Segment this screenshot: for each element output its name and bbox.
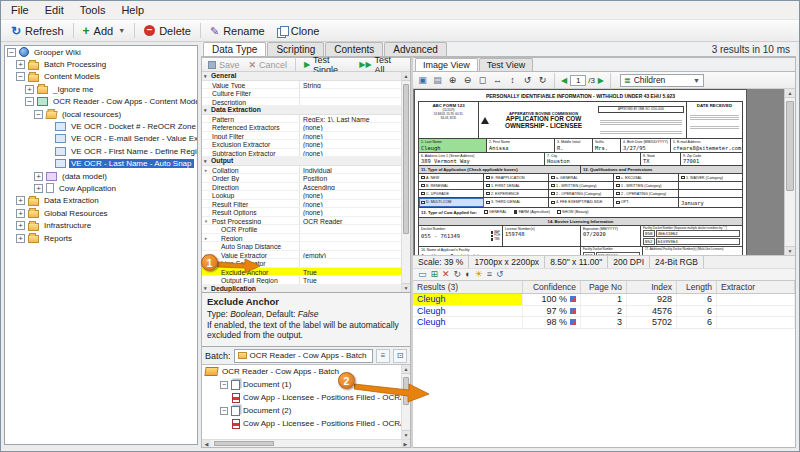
tree-item-ve-ocr-docket-reocr-zone[interactable]: VE OCR - Docket # - ReOCR Zone (5, 120, 197, 132)
property-category[interactable]: ▾General (202, 72, 401, 81)
rotate-right-icon[interactable]: ↻ (536, 74, 549, 87)
property-row-lookup[interactable]: Lookup(none) (202, 191, 401, 200)
tree-item-local-resources[interactable]: −(local resources) (5, 108, 197, 120)
rotate-left-icon[interactable]: ↺ (521, 74, 534, 87)
expander-icon[interactable]: − (7, 48, 16, 57)
expander-icon[interactable]: − (220, 407, 228, 415)
zoom-selection-icon[interactable]: ◻ (476, 74, 489, 87)
viewer-scrollbar[interactable]: ▲ ▼ (784, 89, 795, 255)
scroll-down-icon[interactable]: ▼ (785, 246, 795, 255)
expander-icon[interactable]: + (16, 196, 25, 205)
expander-icon[interactable]: − (16, 72, 25, 81)
property-row-order-by[interactable]: Order ByPosition (202, 174, 401, 183)
zoom-in-icon[interactable]: ⊕ (446, 74, 459, 87)
tree-item-cow-application[interactable]: +Cow Application (5, 182, 197, 194)
page-number-input[interactable]: 1 (570, 75, 586, 86)
property-row-referenced-extractors[interactable]: Referenced Extractors(none) (202, 123, 401, 132)
cancel-button[interactable]: ✕ Cancel (245, 59, 292, 71)
property-row-result-options[interactable]: Result Options(none) (202, 208, 401, 217)
batch-combo[interactable]: OCR Reader - Cow Apps - Batch (234, 349, 373, 363)
property-category[interactable]: ▾Deduplication (202, 285, 401, 294)
document-page-image[interactable]: PERSONALLY IDENTIFIABLE INFORMATION - WI… (414, 89, 747, 255)
scrollbar-thumb[interactable] (786, 101, 794, 191)
image-viewer-canvas[interactable]: PERSONALLY IDENTIFIABLE INFORMATION - WI… (413, 89, 795, 255)
property-row-post-processing[interactable]: ▾Post ProcessingOCR Reader (202, 217, 401, 226)
property-row-description[interactable]: Description (202, 98, 401, 107)
property-row-culture-filter[interactable]: Culture Filter (202, 89, 401, 98)
batch-expand-icon[interactable]: ⊡ (393, 349, 407, 363)
property-row-region[interactable]: ▸Region (202, 234, 401, 243)
menu-help[interactable]: Help (113, 2, 152, 18)
scroll-up-icon[interactable]: ▲ (402, 72, 410, 81)
scroll-left-icon[interactable]: ◀ (202, 440, 211, 447)
property-row-value-type[interactable]: Value TypeString (202, 81, 401, 90)
expander-icon[interactable]: + (25, 85, 34, 94)
measure-icon[interactable]: ≡ (487, 269, 492, 280)
viewer-tab-test-view[interactable]: Test View (479, 58, 533, 71)
scroll-up-icon[interactable]: ▲ (402, 365, 410, 374)
next-page-icon[interactable]: ▶ (597, 76, 605, 85)
tree-item-grooper-wiki[interactable]: −Grooper Wiki (5, 46, 197, 58)
tree-item-ocr-reader-cow-apps-content-model[interactable]: −OCR Reader - Cow Apps - Content Model (5, 96, 197, 108)
menu-file[interactable]: File (3, 2, 37, 18)
brightness-icon[interactable]: ☀ (475, 269, 483, 280)
tree-item-content-models[interactable]: −Content Models (5, 71, 197, 83)
expander-icon[interactable]: + (16, 209, 25, 218)
expander-icon[interactable]: − (34, 110, 43, 119)
result-row[interactable]: Cleugh98 %357026 (413, 317, 795, 329)
expander-icon[interactable]: − (25, 97, 34, 106)
clone-button[interactable]: Clone (271, 23, 326, 39)
batch-horizontal-scrollbar[interactable]: ◀ ▶ (202, 439, 410, 447)
save-image-icon[interactable]: ▣ (416, 74, 429, 87)
tree-item-ve-ocr-last-name-auto-snap[interactable]: VE OCR - Last Name - Auto Snap (5, 158, 197, 170)
expander-icon[interactable]: + (16, 60, 25, 69)
property-category[interactable]: ▾Data Extraction (202, 106, 401, 115)
zone-delete-icon[interactable]: ✕ (442, 269, 450, 280)
result-row[interactable]: Cleugh97 %245766 (413, 306, 795, 318)
tree-item-global-resources[interactable]: +Global Resources (5, 207, 197, 219)
scroll-down-icon[interactable]: ▼ (402, 283, 410, 292)
add-button[interactable]: + Add ▼ (77, 23, 132, 39)
expander-icon[interactable]: + (16, 234, 25, 243)
property-category[interactable]: ▾Output (202, 157, 401, 166)
refresh-view-icon[interactable]: ↺ (496, 269, 504, 280)
scroll-down-icon[interactable]: ▼ (402, 430, 410, 439)
refresh-button[interactable]: ↻ Refresh (5, 23, 70, 39)
batch-view-options-icon[interactable]: ≡ (376, 349, 390, 363)
tab-data-type[interactable]: Data Type (203, 42, 266, 56)
tree-item-ve-ocr-e-mail-sender-value-extractor[interactable]: VE OCR - E-mail Sender - Value Extractor (5, 133, 197, 145)
menu-tools[interactable]: Tools (72, 2, 114, 18)
tree-item-batch-processing[interactable]: +Batch Processing (5, 58, 197, 70)
tree-item-data-extraction[interactable]: +Data Extraction (5, 195, 197, 207)
invert-colors-icon[interactable]: ◐ (465, 269, 470, 280)
tree-item-infrastructure[interactable]: +Infrastructure (5, 219, 197, 231)
result-row[interactable]: Cleugh100 %19286 (413, 294, 795, 306)
property-grid-scrollbar[interactable]: ▲ ▼ (401, 72, 410, 292)
delete-button[interactable]: − Delete (138, 23, 197, 39)
tree-item-ignore-me[interactable]: +_Ignore me (5, 83, 197, 95)
copy-image-icon[interactable]: ▤ (431, 74, 444, 87)
rotate-page-icon[interactable]: ↻ (454, 269, 462, 280)
zone-select-icon[interactable]: ▭ (418, 269, 427, 280)
fit-width-icon[interactable]: ↔ (491, 74, 504, 87)
children-combo[interactable]: ≣ Children ▼ (620, 74, 704, 87)
zoom-out-icon[interactable]: ⊖ (461, 74, 474, 87)
property-row-exclusion-extractor[interactable]: Exclusion Extractor(none) (202, 140, 401, 149)
batch-item-cow-app-licensee-positions-fil[interactable]: Cow App - Licensee - Positions Filled - … (202, 417, 401, 430)
property-row-pattern[interactable]: PatternRegEx: 1\. Last Name (202, 115, 401, 124)
property-row-auto-snap-distance[interactable]: Auto Snap Distance (202, 242, 401, 251)
tree-item-data-model[interactable]: +(data model) (5, 170, 197, 182)
property-row-output-full-region[interactable]: Output Full RegionTrue (202, 276, 401, 285)
property-row-ocr-profile[interactable]: OCR Profile (202, 225, 401, 234)
expander-icon[interactable]: − (220, 381, 228, 389)
prev-page-icon[interactable]: ◀ (560, 76, 568, 85)
scrollbar-thumb[interactable] (214, 441, 274, 446)
tree-item-reports[interactable]: +Reports (5, 232, 197, 244)
zone-create-icon[interactable]: ⊞ (431, 269, 439, 280)
scroll-up-icon[interactable]: ▲ (785, 89, 795, 98)
scroll-right-icon[interactable]: ▶ (401, 440, 410, 447)
property-row-direction[interactable]: DirectionAscending (202, 183, 401, 192)
fit-height-icon[interactable]: ↕ (506, 74, 519, 87)
property-row-subtraction-extractor[interactable]: Subtraction Extractor(none) (202, 149, 401, 158)
property-row-collation[interactable]: ▸CollationIndividual (202, 166, 401, 175)
